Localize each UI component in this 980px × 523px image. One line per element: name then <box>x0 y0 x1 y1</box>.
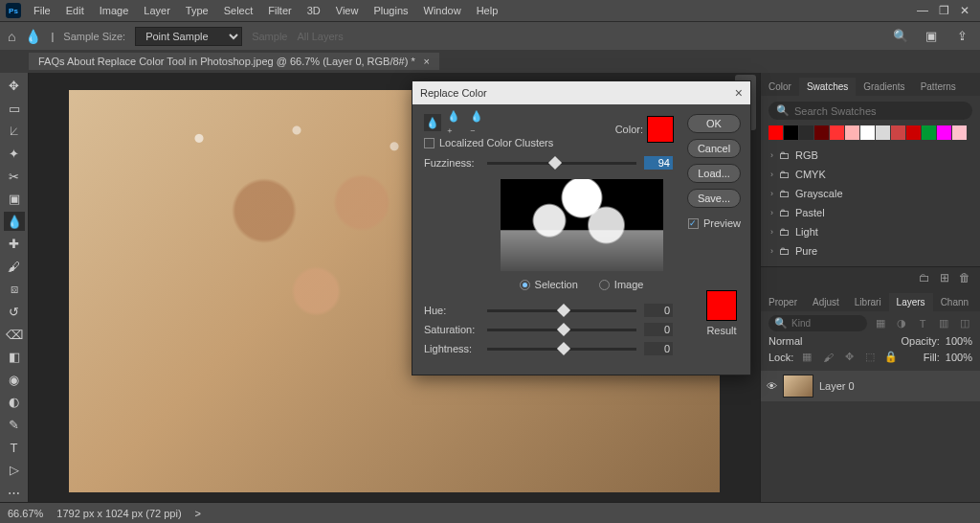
layer-thumbnail[interactable] <box>783 375 813 398</box>
checkbox-icon[interactable] <box>424 138 434 148</box>
load-button[interactable]: Load... <box>687 164 741 183</box>
lightness-slider[interactable] <box>487 348 636 351</box>
menu-3d[interactable]: 3D <box>301 3 327 18</box>
swatch-folder[interactable]: ›🗀Grayscale <box>768 184 972 203</box>
heal-tool-icon[interactable]: ✚ <box>4 235 25 254</box>
gradient-tool-icon[interactable]: ◧ <box>4 348 25 367</box>
filter-smart-icon[interactable]: ◫ <box>957 317 972 330</box>
filter-type-icon[interactable]: T <box>915 318 930 330</box>
swatch-folder[interactable]: ›🗀Pure <box>768 241 972 261</box>
fill-value[interactable]: 100% <box>946 352 972 363</box>
eyedropper-subtract-icon[interactable]: 💧₋ <box>470 114 487 131</box>
tab-channels[interactable]: Chann <box>933 293 976 311</box>
checkbox-icon[interactable]: ✓ <box>688 218 699 229</box>
eyedropper-add-icon[interactable]: 💧₊ <box>447 114 464 131</box>
share-icon[interactable]: ⇪ <box>951 29 972 43</box>
tab-properties[interactable]: Proper <box>761 293 805 311</box>
swatch-folder[interactable]: ›🗀CMYK <box>768 165 972 184</box>
layers-filter-input[interactable] <box>791 318 861 329</box>
stamp-tool-icon[interactable]: ⧇ <box>4 280 25 299</box>
swatch[interactable] <box>937 125 951 140</box>
sample-size-select[interactable]: Point Sample <box>135 27 242 46</box>
filter-pixel-icon[interactable]: ▦ <box>873 317 888 330</box>
filter-shape-icon[interactable]: ▥ <box>936 317 951 330</box>
move-tool-icon[interactable]: ✥ <box>4 77 25 96</box>
radio-selection[interactable]: Selection <box>520 279 578 290</box>
visibility-icon[interactable]: 👁 <box>767 380 777 392</box>
layers-filter[interactable]: 🔍 <box>768 315 867 331</box>
hue-slider[interactable] <box>487 309 636 312</box>
swatch-folder[interactable]: ›🗀Pastel <box>768 203 972 222</box>
fuzziness-slider[interactable] <box>487 162 636 165</box>
type-tool-icon[interactable]: T <box>4 438 25 457</box>
lock-move-icon[interactable]: ✥ <box>841 351 857 363</box>
zoom-value[interactable]: 66.67% <box>8 508 43 519</box>
home-icon[interactable]: ⌂ <box>8 29 15 44</box>
blur-tool-icon[interactable]: ◉ <box>4 371 25 390</box>
menu-window[interactable]: Window <box>417 3 468 18</box>
more-tools-icon[interactable]: ⋯ <box>4 483 25 502</box>
saturation-value[interactable]: 0 <box>644 323 673 336</box>
tab-adjustments[interactable]: Adjust <box>805 293 847 311</box>
eyedropper-tool-icon[interactable]: 💧 <box>4 212 25 231</box>
lock-all-icon[interactable]: 🔒 <box>883 351 899 363</box>
blend-mode[interactable]: Normal <box>768 335 802 347</box>
menu-plugins[interactable]: Plugins <box>367 3 414 18</box>
opacity-value[interactable]: 100% <box>946 335 972 347</box>
result-color-swatch[interactable] <box>706 290 737 321</box>
tab-color[interactable]: Color <box>761 78 799 96</box>
swatch[interactable] <box>922 125 936 140</box>
slider-thumb-icon[interactable] <box>547 155 561 169</box>
eraser-tool-icon[interactable]: ⌫ <box>4 325 25 344</box>
swatch[interactable] <box>768 125 783 140</box>
pen-tool-icon[interactable]: ✎ <box>4 416 25 435</box>
swatch[interactable] <box>891 125 905 140</box>
cancel-button[interactable]: Cancel <box>687 139 741 158</box>
save-button[interactable]: Save... <box>687 189 741 208</box>
menu-type[interactable]: Type <box>179 3 215 18</box>
lightness-value[interactable]: 0 <box>644 342 673 355</box>
ok-button[interactable]: OK <box>687 114 741 133</box>
swatches-search[interactable]: 🔍 <box>768 102 972 120</box>
swatch[interactable] <box>860 125 875 140</box>
menu-file[interactable]: File <box>27 3 57 18</box>
layer-row[interactable]: 👁 Layer 0 <box>761 371 980 401</box>
tab-patterns[interactable]: Patterns <box>913 78 964 96</box>
menu-image[interactable]: Image <box>93 3 136 18</box>
swatch[interactable] <box>876 125 890 140</box>
swatch[interactable] <box>952 125 967 140</box>
brush-tool-icon[interactable]: 🖌 <box>4 258 25 277</box>
marquee-tool-icon[interactable]: ▭ <box>4 100 25 119</box>
window-close-icon[interactable]: ✕ <box>955 4 974 17</box>
frame-tool-icon[interactable]: ▣ <box>4 190 25 209</box>
trash-icon[interactable]: 🗑 <box>959 271 970 284</box>
slider-thumb-icon[interactable] <box>557 341 570 354</box>
menu-filter[interactable]: Filter <box>261 3 298 18</box>
layer-name[interactable]: Layer 0 <box>819 380 855 392</box>
window-minimize-icon[interactable]: — <box>913 4 932 17</box>
tab-paths[interactable]: Paths <box>976 293 980 311</box>
eyedropper-icon[interactable]: 💧 <box>424 114 441 131</box>
menu-layer[interactable]: Layer <box>137 3 177 18</box>
filter-adjust-icon[interactable]: ◑ <box>894 317 909 330</box>
swatch-folder[interactable]: ›🗀Light <box>768 222 972 241</box>
crop-tool-icon[interactable]: ✂ <box>4 167 25 186</box>
lasso-tool-icon[interactable]: ⟀ <box>4 122 25 141</box>
swatches-search-input[interactable] <box>794 105 965 117</box>
document-tab[interactable]: FAQs About Replace Color Tool in Photosh… <box>29 53 439 70</box>
close-tab-icon[interactable]: × <box>424 56 430 67</box>
swatch[interactable] <box>906 125 921 140</box>
dialog-titlebar[interactable]: Replace Color × <box>412 81 750 104</box>
search-icon[interactable]: 🔍 <box>890 29 911 43</box>
swatch[interactable] <box>814 125 829 140</box>
swatch[interactable] <box>830 125 844 140</box>
dodge-tool-icon[interactable]: ◐ <box>4 393 25 412</box>
fuzziness-value[interactable]: 94 <box>644 156 673 170</box>
tab-gradients[interactable]: Gradients <box>856 78 912 96</box>
path-select-icon[interactable]: ▷ <box>4 461 25 480</box>
swatch[interactable] <box>799 125 813 140</box>
tab-layers[interactable]: Layers <box>889 293 933 311</box>
lock-trans-icon[interactable]: ▦ <box>799 351 814 363</box>
folder-icon[interactable]: 🗀 <box>919 271 930 284</box>
menu-help[interactable]: Help <box>470 3 505 18</box>
